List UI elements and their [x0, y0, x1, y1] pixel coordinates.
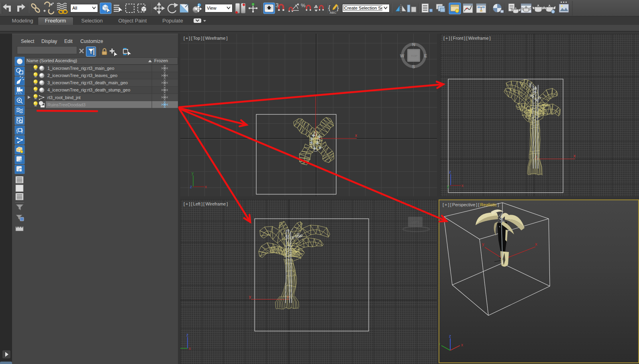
svg-text:x: x [461, 183, 463, 188]
svg-text:y: y [439, 342, 440, 346]
svg-text:y: y [192, 171, 194, 175]
svg-text:z: z [186, 333, 188, 337]
svg-text:RuinsTreeDoodad3: RuinsTreeDoodad3 [47, 102, 86, 107]
svg-text:{: { [16, 128, 18, 133]
svg-text:y: y [447, 184, 449, 189]
svg-text:x: x [535, 242, 537, 246]
svg-text:2_icecrownTree_rig:rt3_leaves_: 2_icecrownTree_rig:rt3_leaves_geo [47, 73, 117, 78]
svg-text:1_icecrownTree_rig:rt3_main_ge: 1_icecrownTree_rig:rt3_main_geo [47, 66, 114, 71]
svg-text:x: x [189, 346, 191, 351]
svg-text:LEFT: LEFT [411, 220, 419, 224]
svg-text:E: E [424, 53, 427, 58]
svg-text:x: x [355, 133, 357, 138]
svg-text:y: y [249, 295, 251, 299]
svg-text:z: z [449, 334, 451, 338]
svg-text:N: N [412, 42, 415, 47]
svg-text:rt3_root_bind_jnt: rt3_root_bind_jnt [47, 95, 81, 100]
svg-text:S: S [412, 64, 415, 69]
svg-text:x: x [461, 343, 463, 347]
svg-text:z: z [190, 185, 192, 189]
svg-text:3_icecrownTree_rig:rt3_death_m: 3_icecrownTree_rig:rt3_death_main_geo [47, 80, 128, 85]
svg-text:z: z [499, 214, 500, 217]
svg-text:y: y [482, 242, 484, 246]
svg-text:}: } [21, 128, 23, 133]
svg-text:4_icecrownTree_rig:rt3_death_s: 4_icecrownTree_rig:rt3_death_stump_geo [47, 87, 130, 92]
svg-text:x: x [205, 185, 207, 189]
svg-text:%: % [301, 2, 306, 8]
svg-text:TOP: TOP [411, 54, 417, 58]
svg-text:W: W [400, 53, 404, 58]
svg-text:z: z [449, 170, 451, 174]
svg-text:x: x [574, 154, 576, 158]
svg-text:ABC: ABC [330, 11, 337, 14]
